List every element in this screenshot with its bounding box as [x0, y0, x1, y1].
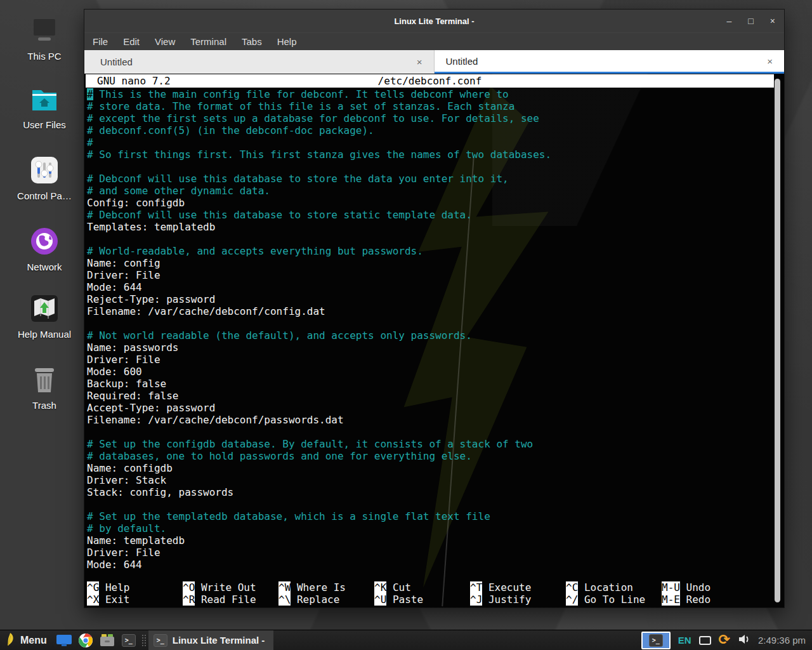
editor-line: Driver: Stack	[87, 474, 773, 486]
desktop-icon-this-pc[interactable]: This PC	[8, 18, 81, 62]
editor-line: Name: templatedb	[87, 534, 773, 547]
maximize-button[interactable]: □	[748, 17, 753, 25]
updates-icon[interactable]: ⟳	[719, 633, 730, 647]
shortcut-cut: ^K Cut	[374, 581, 470, 594]
editor-lines: # This is the main config file for debco…	[84, 88, 784, 571]
editor-line: Name: config	[87, 257, 773, 269]
desktop-icon-network[interactable]: Network	[8, 227, 81, 272]
desktop-icon-user-files[interactable]: User Files	[8, 86, 81, 130]
desktop-icon-trash[interactable]: Trash	[8, 366, 81, 411]
taskbar-window-button[interactable]: >_ Linux Lite Terminal -	[148, 630, 274, 650]
tray-active-window-button[interactable]: >_	[641, 632, 671, 649]
shortcut-undo: M-U Undo	[662, 581, 757, 594]
terminal-view[interactable]: /etc/debconf.conf GNU nano 7.2 # This is…	[84, 74, 784, 607]
linux-lite-feather-icon	[5, 632, 15, 649]
shortcut-go-to-line: ^/ Go To Line	[566, 594, 662, 606]
editor-line: Accept-Type: password	[87, 402, 773, 414]
shortcut-label: Execute	[482, 581, 531, 594]
menu-bar: FileEditViewTerminalTabsHelp	[84, 32, 784, 50]
editor-line: # Debconf will use this database to stor…	[87, 173, 773, 185]
shortcut-redo: M-E Redo	[662, 594, 757, 606]
window-titlebar[interactable]: Linux Lite Terminal - – □ ×	[84, 10, 784, 32]
editor-line	[87, 233, 773, 245]
shortcut-location: ^C Location	[566, 581, 662, 594]
desktop-icon-label: Network	[8, 262, 81, 272]
editor-line	[87, 317, 773, 329]
keyboard-layout-indicator[interactable]: EN	[678, 635, 691, 646]
terminal-icon: >_	[649, 634, 663, 647]
tab-close-icon[interactable]: ×	[767, 56, 773, 67]
menu-tabs[interactable]: Tabs	[242, 36, 262, 47]
tab-label: Untitled	[100, 56, 133, 67]
terminal-window: Linux Lite Terminal - – □ × FileEditView…	[84, 9, 785, 608]
editor-line: Templates: templatedb	[87, 221, 773, 233]
network-globe-icon	[30, 227, 58, 255]
editor-line: # Debconf will use this database to stor…	[87, 209, 773, 221]
editor-line: Filename: /var/cache/debconf/config.dat	[87, 305, 773, 317]
shortcut-label: Write Out	[195, 581, 256, 594]
editor-line: Mode: 644	[87, 559, 773, 571]
menu-button[interactable]: Menu	[0, 630, 53, 650]
clock[interactable]: 2:49:36 pm	[758, 635, 806, 646]
shortcut-key: ^O	[183, 581, 195, 594]
minimize-button[interactable]: –	[727, 17, 732, 25]
shortcut-write-out: ^O Write Out	[183, 581, 278, 594]
shortcut-justify: ^J Justify	[470, 594, 566, 606]
close-button[interactable]: ×	[770, 17, 775, 25]
shortcut-label: Read File	[195, 594, 256, 606]
menu-view[interactable]: View	[155, 36, 175, 47]
volume-icon[interactable]	[738, 633, 750, 647]
nano-shortcuts: ^G Help^O Write Out^W Where Is^K Cut^T E…	[87, 581, 771, 606]
chrome-icon[interactable]	[75, 630, 96, 650]
tab-untitled-2[interactable]: Untitled ×	[435, 50, 785, 74]
control-panel-icon	[30, 156, 58, 184]
taskbar: Menu >_ >_ Linux Lite Terminal - >_ EN ⟳	[0, 630, 812, 650]
terminal-scrollbar[interactable]	[775, 79, 780, 602]
editor-line: Filename: /var/cache/debconf/passwords.d…	[87, 414, 773, 426]
editor-line: Driver: File	[87, 547, 773, 559]
shortcut-label: Exit	[99, 594, 129, 606]
shortcut-replace: ^\ Replace	[278, 594, 374, 606]
tab-label: Untitled	[446, 56, 478, 67]
menu-help[interactable]: Help	[277, 36, 297, 47]
shortcut-key: ^R	[183, 594, 195, 606]
terminal-glyph: >_	[122, 634, 136, 647]
menu-button-label: Menu	[20, 635, 47, 646]
tab-untitled-1[interactable]: Untitled ×	[84, 50, 435, 74]
menu-terminal[interactable]: Terminal	[190, 36, 226, 47]
show-desktop-icon[interactable]	[53, 630, 75, 650]
menu-file[interactable]: File	[93, 36, 108, 47]
shortcut-key: ^T	[470, 581, 482, 594]
editor-line: Driver: File	[87, 269, 773, 281]
menu-edit[interactable]: Edit	[123, 36, 140, 47]
taskbar-separator	[142, 635, 146, 646]
file-manager-icon[interactable]	[96, 630, 118, 650]
desktop-icon-label: Trash	[8, 400, 81, 411]
editor-line: # World-readable, and accepts everything…	[87, 245, 773, 257]
text-cursor: #	[87, 88, 93, 100]
desktop-icon-label: Control Pa…	[8, 190, 81, 201]
desktop-icon-control-panel[interactable]: Control Pa…	[8, 156, 81, 201]
editor-line: # store data. The format of this file is…	[87, 100, 773, 112]
desktop-icon-help-manual[interactable]: Help Manual	[8, 295, 81, 340]
shortcut-help: ^G Help	[87, 581, 183, 594]
shortcut-label: Where Is	[291, 581, 346, 594]
shortcut-label: Go To Line	[578, 594, 645, 606]
keyboard-icon[interactable]	[699, 636, 711, 645]
shortcut-execute: ^T Execute	[470, 581, 566, 594]
editor-line	[87, 426, 773, 438]
editor-line: Name: configdb	[87, 462, 773, 474]
shortcut-label: Undo	[680, 581, 710, 594]
shortcut-label: Help	[99, 581, 129, 594]
editor-line: Mode: 644	[87, 281, 773, 293]
tab-close-icon[interactable]: ×	[417, 56, 422, 67]
editor-line: Reject-Type: password	[87, 293, 773, 305]
shortcut-key: ^C	[566, 581, 578, 594]
editor-line: Backup: false	[87, 378, 773, 390]
terminal-icon[interactable]: >_	[118, 630, 140, 650]
editor-line: # debconf.conf(5) (in the debconf-doc pa…	[87, 124, 773, 136]
editor-line	[87, 498, 773, 510]
computer-icon	[29, 18, 60, 46]
editor-line: # by default.	[87, 522, 773, 534]
editor-line: # So first things first. This first stan…	[87, 149, 773, 161]
